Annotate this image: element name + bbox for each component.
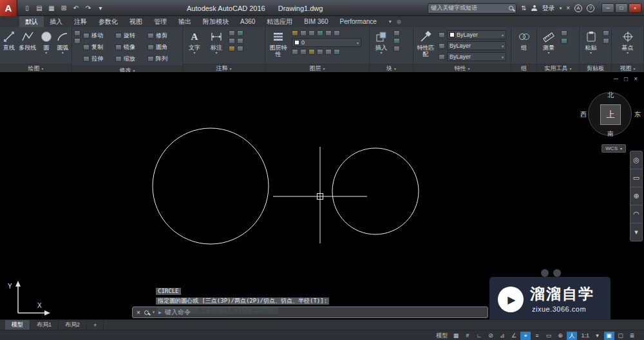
help-search-box[interactable]: 键入关键字或短语 [428, 3, 516, 14]
drawn-circle-right[interactable] [332, 148, 419, 234]
panel-label-layers[interactable]: 图层▾ [265, 64, 369, 72]
multileader-icon[interactable] [229, 30, 235, 36]
tool-copy[interactable]: 复制 [83, 43, 115, 52]
doc-minimize-button[interactable]: ─ [614, 75, 618, 82]
layer-walk-icon[interactable] [300, 49, 307, 55]
tool-paste[interactable]: 粘贴 ▾ [582, 28, 600, 55]
cut-icon[interactable] [603, 30, 609, 36]
command-close-icon[interactable]: × [137, 309, 140, 316]
model-space-button[interactable]: 模型 [433, 332, 450, 340]
tab-a360[interactable]: A360 [234, 16, 261, 27]
color-dropdown[interactable]: ByLayer ▾ [447, 30, 506, 39]
tool-arc[interactable]: 圆弧 ▾ [56, 28, 70, 55]
wcs-menu[interactable]: WCS ▾ [601, 144, 626, 153]
panel-label-annotate[interactable]: 注释▾ [183, 64, 265, 72]
layer-merge-icon[interactable] [325, 49, 332, 55]
tool-fillet[interactable]: 圆角 [147, 43, 180, 52]
annotation-scale-value[interactable]: 1:1 [578, 332, 591, 340]
panel-label-block[interactable]: 块▾ [370, 64, 413, 72]
viewcube-south-label[interactable]: 南 [607, 129, 614, 138]
quick-select-icon[interactable] [561, 30, 567, 36]
undo-icon[interactable]: ↶ [71, 5, 80, 12]
tool-array[interactable]: 阵列 [147, 55, 180, 63]
command-line[interactable]: × ▾ ▸ 键入命令 [132, 307, 488, 318]
new-layout-button[interactable]: + [87, 320, 104, 330]
markup-icon[interactable] [229, 46, 235, 52]
tab-addins[interactable]: 附加模块 [197, 16, 234, 27]
clean-screen-icon[interactable]: ▢ [616, 332, 626, 340]
osnap-icon[interactable]: ⌖ [520, 332, 531, 340]
command-input[interactable]: ▸ 键入命令 [158, 308, 191, 317]
tool-base-point[interactable]: 基点 ▾ [618, 28, 638, 55]
sign-in-button[interactable]: 登录 [542, 4, 555, 13]
measure-flyout-caret-icon[interactable]: ▾ [547, 51, 549, 55]
layout-tab-model[interactable]: 模型 [5, 320, 30, 330]
tab-annotate[interactable]: 注释 [68, 16, 93, 27]
tool-mirror[interactable]: 镜像 [115, 43, 147, 52]
tool-measure[interactable]: 测量 ▾ [539, 28, 558, 55]
isodraft-icon[interactable]: ⊿ [497, 332, 507, 340]
panel-label-draw[interactable]: 绘图▾ [0, 64, 71, 72]
recent-commands-icon[interactable] [144, 310, 149, 315]
define-attribute-icon[interactable] [393, 46, 400, 52]
explode-icon[interactable] [74, 38, 80, 44]
tool-dimension[interactable]: 标注 ▾ [207, 28, 226, 55]
minimize-button[interactable]: ─ [601, 3, 614, 13]
block-editor-icon[interactable] [393, 38, 400, 44]
new-file-icon[interactable]: ▯ [23, 5, 32, 12]
grid-icon[interactable]: ▦ [451, 332, 461, 340]
erase-icon[interactable] [74, 30, 80, 36]
polar-tracking-icon[interactable]: ⊘ [486, 332, 496, 340]
tool-line[interactable]: 直线 [2, 28, 15, 51]
tool-text[interactable]: A 文字 ▾ [185, 28, 204, 55]
layout-tab-1[interactable]: 布局1 [30, 320, 59, 330]
otrack-icon[interactable]: ∠ [509, 332, 519, 340]
customize-icon[interactable]: ≣ [627, 332, 638, 340]
table-icon[interactable] [237, 30, 243, 36]
open-file-icon[interactable]: ▤ [35, 5, 44, 12]
pan-icon[interactable]: ▭ [630, 169, 642, 187]
orbit-icon[interactable]: ◠ [630, 205, 642, 223]
tab-bim360[interactable]: BIM 360 [298, 16, 334, 27]
tool-insert-block[interactable]: 插入 ▾ [372, 28, 391, 55]
viewcube-east-label[interactable]: 东 [634, 110, 641, 119]
search-icon[interactable] [509, 6, 513, 10]
viewcube-north-label[interactable]: 北 [607, 91, 614, 100]
app-menu-button[interactable]: A [0, 0, 17, 16]
hardware-acceleration-icon[interactable]: ▣ [604, 332, 614, 340]
lineweight-icon[interactable]: ≡ [532, 332, 542, 340]
tool-polyline[interactable]: 多段线 [18, 28, 37, 51]
insert-flyout-caret-icon[interactable]: ▾ [380, 51, 382, 55]
base-flyout-caret-icon[interactable]: ▾ [627, 51, 629, 55]
layer-on-icon[interactable] [292, 30, 298, 36]
ortho-icon[interactable]: ∟ [474, 332, 484, 340]
viewcube-top-face[interactable]: 上 [600, 104, 621, 125]
panel-label-group[interactable]: 组 [511, 64, 536, 72]
help-icon[interactable]: ? [587, 5, 594, 12]
selection-cycling-icon[interactable]: ⊕ [555, 332, 565, 340]
zoom-icon[interactable]: ⊕ [630, 187, 642, 205]
tab-home[interactable]: 默认 [19, 16, 44, 27]
autodesk-app-store-icon[interactable]: A [574, 5, 582, 12]
layer-off-icon[interactable] [325, 30, 332, 36]
id-point-icon[interactable] [561, 38, 567, 44]
transparency-icon[interactable]: ▭ [544, 332, 554, 340]
text-style-icon[interactable] [229, 38, 235, 44]
annotation-scale-icon[interactable] [237, 46, 243, 52]
layer-freeze-icon[interactable] [300, 30, 307, 36]
tab-featured-apps[interactable]: 精选应用 [261, 16, 298, 27]
plot-icon[interactable]: ⊞ [59, 5, 68, 12]
qat-dropdown-icon[interactable]: ▾ [96, 5, 105, 12]
panel-label-properties[interactable]: 特性▾ [413, 64, 511, 72]
save-file-icon[interactable]: ▦ [47, 5, 56, 12]
redo-icon[interactable]: ↷ [84, 5, 93, 12]
snap-icon[interactable]: # [462, 332, 473, 340]
tab-manage[interactable]: 管理 [148, 16, 173, 27]
circle-flyout-caret-icon[interactable]: ▾ [45, 51, 47, 55]
tool-circle[interactable]: 圆 ▾ [39, 28, 53, 55]
tab-view[interactable]: 视图 [124, 16, 148, 27]
tool-trim[interactable]: 修剪 [147, 32, 180, 40]
viewcube-west-label[interactable]: 西 [580, 110, 587, 119]
linetype-dropdown[interactable]: ByLayer ▾ [447, 41, 506, 50]
tool-rotate[interactable]: 旋转 [115, 32, 147, 40]
